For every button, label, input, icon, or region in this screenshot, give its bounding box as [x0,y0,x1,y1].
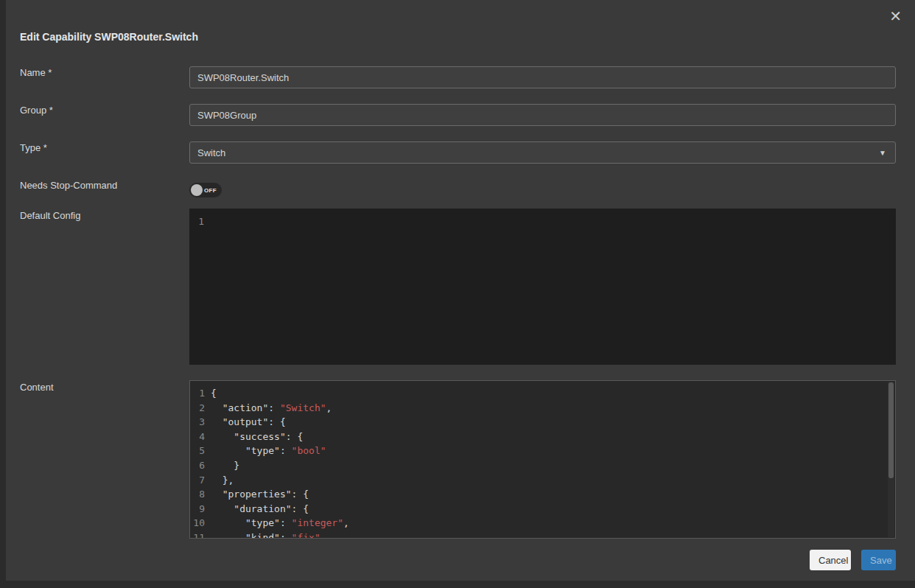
close-icon[interactable]: ✕ [889,9,902,24]
chevron-down-icon: ▼ [879,149,886,157]
dialog-title: Edit Capability SWP08Router.Switch [20,31,198,43]
toggle-knob [191,184,203,196]
code-line: 11 "kind": "fix" [190,531,895,539]
content-label: Content [20,382,54,393]
default-config-editor[interactable]: 1 [189,209,896,365]
code-line: 1 [189,214,896,229]
code-line: 8 "properties": { [190,487,895,502]
code-line: 4 "success": { [190,430,895,444]
content-editor-scrollbar[interactable] [888,382,894,537]
type-select-value: Switch [197,147,225,158]
edit-capability-dialog: ✕ Edit Capability SWP08Router.Switch Nam… [6,0,915,581]
code-line: 2 "action": "Switch", [190,401,895,416]
code-line: 1{ [190,386,895,401]
type-select[interactable]: Switch ▼ [189,141,896,164]
group-input[interactable] [189,104,896,126]
code-line: 7 }, [190,473,895,488]
group-label: Group * [20,105,53,116]
code-line: 6 } [190,458,895,473]
code-line: 5 "type": "bool" [190,444,895,458]
toggle-state-label: OFF [204,187,217,194]
content-editor[interactable]: 1{2 "action": "Switch",3 "output": {4 "s… [189,380,896,539]
cancel-button[interactable]: Cancel [810,550,851,570]
content-editor-scrollbar-thumb[interactable] [888,382,894,478]
code-line: 10 "type": "integer", [190,516,895,531]
code-line: 3 "output": { [190,415,895,430]
code-line: 9 "duration": { [190,502,895,517]
name-input[interactable] [189,66,896,88]
type-label: Type * [20,142,47,153]
needs-stop-command-label: Needs Stop-Command [20,180,117,191]
name-label: Name * [20,67,52,78]
needs-stop-command-toggle[interactable]: OFF [189,183,222,197]
default-config-label: Default Config [20,210,80,221]
save-button[interactable]: Save [861,550,896,570]
